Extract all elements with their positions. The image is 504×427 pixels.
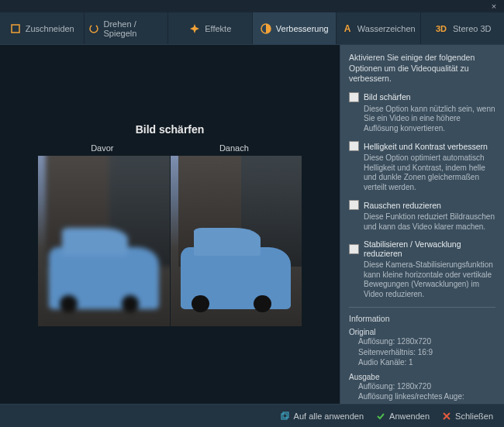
- tab-label: Zuschneiden: [26, 24, 74, 33]
- after-label: Danach: [219, 143, 249, 153]
- apply-all-button[interactable]: Auf alle anwenden: [281, 412, 364, 421]
- check-icon: [376, 412, 385, 421]
- option-desc: Diese Option kann nützlich sein, wenn Si…: [349, 105, 495, 134]
- sparkle-icon: [188, 22, 201, 35]
- info-output: Ausgabe Auflösung: 1280x720 Auflösung li…: [349, 373, 495, 404]
- tab-enhance[interactable]: Verbesserung: [253, 12, 337, 44]
- footer-label: Schließen: [455, 412, 493, 421]
- main-area: Bild schärfen Davor Danach Aktivieren Si…: [0, 45, 504, 404]
- svg-rect-5: [281, 414, 287, 419]
- tab-label: Wasserzeichen: [357, 24, 416, 33]
- info-output-label: Ausgabe: [349, 373, 495, 381]
- information-heading: Information: [349, 314, 495, 323]
- info-line: Seitenverhältnis: 16:9: [349, 347, 495, 358]
- option-brightness-contrast: Helligkeit und Kontrast verbessern Diese…: [349, 141, 495, 192]
- option-title: Bild schärfen: [364, 92, 411, 102]
- letter-a-icon: A: [341, 22, 354, 35]
- svg-text:A: A: [344, 23, 351, 34]
- info-line: Auflösung: 1280x720: [349, 381, 495, 392]
- svg-rect-0: [12, 25, 19, 33]
- footer-label: Auf alle anwenden: [294, 412, 364, 421]
- option-desc: Diese Funktion reduziert Bildrauschen un…: [349, 212, 495, 232]
- sidebar-intro: Aktivieren Sie einige der folgenden Opti…: [349, 53, 495, 84]
- apply-button[interactable]: Anwenden: [376, 412, 430, 421]
- preview-after-image: [171, 156, 302, 326]
- titlebar: ×: [0, 0, 504, 12]
- checkbox-noise-reduce[interactable]: [349, 200, 359, 210]
- preview-image-pair: [38, 156, 302, 326]
- footer-bar: Auf alle anwenden Anwenden Schließen: [0, 404, 504, 427]
- window-close-icon[interactable]: ×: [488, 1, 499, 12]
- checkbox-sharpen[interactable]: [349, 92, 359, 102]
- options-sidebar: Aktivieren Sie einige der folgenden Opti…: [340, 45, 504, 404]
- svg-point-1: [90, 25, 98, 33]
- preview-title: Bild schärfen: [136, 123, 205, 136]
- svg-rect-6: [283, 412, 288, 418]
- option-title: Helligkeit und Kontrast verbessern: [364, 142, 488, 151]
- option-title: Stabilisieren / Verwacklung reduzieren: [364, 239, 495, 258]
- option-desc: Diese Option optimiert automatisch Helli…: [349, 153, 495, 192]
- tab-effects[interactable]: Effekte: [168, 12, 253, 44]
- crop-icon: [9, 22, 22, 35]
- three-d-icon: 3D: [433, 22, 449, 35]
- tab-watermark[interactable]: A Wasserzeichen: [337, 12, 421, 44]
- option-desc: Diese Kamera-Stabilisierungsfunktion kan…: [349, 260, 495, 299]
- preview-labels: Davor Danach: [38, 143, 302, 153]
- option-title: Rauschen reduzieren: [364, 201, 441, 210]
- info-original-label: Original: [349, 328, 495, 336]
- info-line: Audio Kanäle: 1: [349, 357, 495, 368]
- tab-label: Verbesserung: [276, 24, 329, 33]
- info-original: Original Auflösung: 1280x720 Seitenverhä…: [349, 328, 495, 368]
- tab-bar: Zuschneiden Drehen / Spiegeln Effekte Ve…: [0, 12, 504, 45]
- option-sharpen: Bild schärfen Diese Option kann nützlich…: [349, 92, 495, 134]
- tab-rotate-flip[interactable]: Drehen / Spiegeln: [85, 12, 169, 44]
- apply-all-icon: [281, 412, 290, 421]
- tab-label: Stereo 3D: [453, 24, 492, 33]
- close-icon: [442, 412, 451, 421]
- footer-label: Anwenden: [389, 412, 430, 421]
- tab-label: Drehen / Spiegeln: [104, 19, 165, 38]
- option-noise-reduce: Rauschen reduzieren Diese Funktion reduz…: [349, 200, 495, 232]
- rotate-icon: [88, 22, 100, 35]
- info-line: Auflösung linkes/rechtes Auge: 1280x720: [349, 391, 495, 404]
- svg-text:3D: 3D: [436, 24, 447, 33]
- checkbox-brightness-contrast[interactable]: [349, 141, 359, 151]
- information-section: Information Original Auflösung: 1280x720…: [349, 307, 495, 404]
- option-stabilize: Stabilisieren / Verwacklung reduzieren D…: [349, 239, 495, 299]
- tab-stereo-3d[interactable]: 3D Stereo 3D: [421, 12, 505, 44]
- close-button[interactable]: Schließen: [442, 412, 493, 421]
- checkbox-stabilize[interactable]: [349, 244, 359, 254]
- tab-label: Effekte: [205, 24, 231, 33]
- contrast-icon: [260, 22, 272, 35]
- info-line: Auflösung: 1280x720: [349, 336, 495, 347]
- preview-panel: Bild schärfen Davor Danach: [0, 45, 340, 404]
- preview-before-image: [38, 156, 170, 326]
- tab-crop[interactable]: Zuschneiden: [0, 12, 85, 44]
- before-label: Davor: [91, 143, 113, 153]
